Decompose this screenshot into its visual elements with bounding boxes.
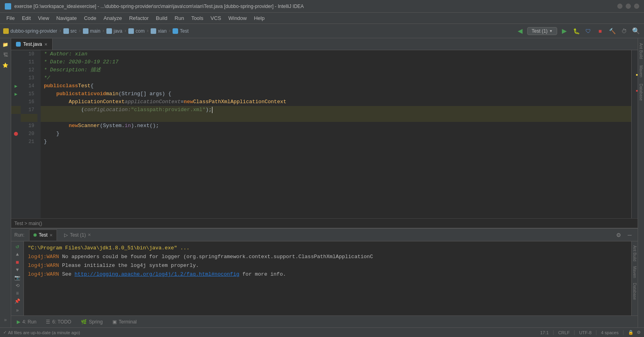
status-line-sep[interactable]: CRLF	[558, 330, 570, 335]
com-folder-icon	[128, 28, 134, 34]
breadcrumb-provider[interactable]: dubbo-spring-provider	[10, 28, 57, 34]
code-line-20: }	[41, 130, 631, 138]
run-settings-button[interactable]: ⚙	[614, 230, 623, 240]
wrap-button[interactable]: ⟲	[13, 283, 22, 289]
status-encoding[interactable]: UTF-8	[579, 330, 591, 335]
menu-edit[interactable]: Edit	[19, 14, 34, 22]
run-tab-test[interactable]: Test ✕	[29, 229, 57, 241]
maven-panel-tab[interactable]: Maven	[638, 62, 644, 80]
build-button[interactable]: 🔨	[607, 26, 617, 36]
sidebar-project-icon[interactable]: 📁	[1, 40, 10, 49]
menu-tools[interactable]: Tools	[188, 14, 206, 22]
coverage-button[interactable]: 🛡	[583, 26, 593, 36]
gutter-14[interactable]: ▶	[11, 82, 21, 90]
run-button[interactable]: ▶	[560, 26, 569, 36]
menu-refactor[interactable]: Refactor	[126, 14, 152, 22]
menu-help[interactable]: Help	[251, 14, 268, 22]
sync-icon: ✓	[3, 330, 7, 335]
rerun-button[interactable]: ↺	[13, 243, 22, 250]
run-tab-icon: ▶	[17, 319, 20, 325]
spring-tab-icon: 🌿	[81, 319, 87, 325]
code-line-15: public static void main(String[] args) {	[41, 90, 631, 98]
run-panel-body: ↺ ▲ ■ ▼ 📷 ⟲ ≡ 📌 » "C:\Program Files\Java…	[11, 241, 638, 315]
maven-tab[interactable]: Maven	[632, 264, 638, 280]
sidebar-favorites-icon[interactable]: ⭐	[1, 61, 10, 70]
run-tab-test1[interactable]: ▷ Test (1) ✕	[60, 229, 95, 241]
breadcrumb-main[interactable]: main	[90, 28, 100, 34]
menu-file[interactable]: File	[3, 14, 18, 22]
screenshot-button[interactable]: 📷	[13, 275, 22, 281]
breadcrumb-test[interactable]: Test	[180, 28, 188, 34]
expand-panel-button[interactable]: »	[13, 308, 22, 314]
menu-view[interactable]: View	[35, 14, 52, 22]
gutter-20[interactable]	[11, 130, 21, 138]
line-numbers: 10 11 12 13 14 15 16 17 19 20 21	[21, 50, 41, 218]
status-position[interactable]: 17:1	[540, 330, 548, 335]
tab-close-button[interactable]: ✕	[44, 42, 47, 47]
ant-build-panel-tab[interactable]: Ant Build	[638, 40, 644, 62]
menu-vcs[interactable]: VCS	[207, 14, 224, 22]
code-content[interactable]: * Author: xian * Date: 2020-10-19 22:17 …	[41, 50, 631, 218]
scroll-up-button[interactable]: ▲	[13, 251, 22, 258]
sidebar-more-icon[interactable]: »	[1, 315, 10, 325]
close-button[interactable]: ✕	[634, 4, 639, 9]
menu-window[interactable]: Window	[225, 14, 250, 22]
status-lock-icon: 🔒	[628, 330, 634, 335]
maximize-button[interactable]: □	[626, 4, 631, 9]
sidebar-structure-icon[interactable]: 🏗	[1, 50, 10, 60]
window-controls: ─ □ ✕	[617, 4, 639, 9]
profile-button[interactable]: ⏱	[619, 26, 629, 36]
minimize-button[interactable]: ─	[617, 4, 622, 9]
gutter-12	[11, 66, 21, 74]
database-tab[interactable]: Database	[632, 280, 638, 302]
search-everywhere-button[interactable]: 🔍	[631, 26, 641, 36]
run-tab-test-close[interactable]: ✕	[49, 233, 53, 237]
dropdown-icon: ▼	[549, 29, 553, 33]
status-files-text: All files are up-to-date (a minute ago)	[8, 330, 80, 335]
sort-button[interactable]: ≡	[13, 290, 22, 297]
bottom-tab-todo[interactable]: ☰ 6: TODO	[42, 317, 75, 327]
output-line-4: log4j:WARN See http://logging.apache.org…	[28, 270, 627, 279]
line-num-11: 11	[21, 58, 37, 66]
right-panels: Ant Build Maven Database	[638, 38, 644, 327]
test-class-icon	[173, 28, 178, 34]
run-output: "C:\Program Files\Java\jdk1.8.0_51\bin\j…	[24, 241, 631, 315]
pin-button[interactable]: 📌	[13, 298, 22, 305]
stop-process-button[interactable]: ■	[13, 259, 22, 266]
breadcrumb-src[interactable]: src	[71, 28, 77, 34]
run-settings: ⚙ ─	[614, 230, 634, 240]
menu-run[interactable]: Run	[171, 14, 187, 22]
code-line-12: * Description: 描述	[41, 66, 631, 74]
run-minimize-button[interactable]: ─	[625, 230, 634, 240]
ant-build-tab[interactable]: Ant Build	[632, 243, 638, 264]
gutter-13	[11, 74, 21, 82]
navigate-back-button[interactable]: ◀	[515, 26, 525, 36]
code-editor[interactable]: ▶ ▶ 10 11 12 13 14 15 16 17	[11, 50, 638, 218]
main-folder-icon	[83, 28, 88, 34]
database-panel-tab[interactable]: Database	[638, 80, 644, 104]
menu-analyze[interactable]: Analyze	[100, 14, 125, 22]
debug-button[interactable]: 🐛	[571, 26, 581, 36]
scroll-down-button[interactable]: ▼	[13, 267, 22, 274]
breadcrumb-java[interactable]: java	[114, 28, 122, 34]
menu-code[interactable]: Code	[81, 14, 100, 22]
log4j-link[interactable]: http://logging.apache.org/log4j/1.2/faq.…	[75, 271, 239, 277]
run-config-dropdown[interactable]: Test (1) ▼	[527, 27, 557, 35]
status-settings-icon[interactable]: ⚙	[637, 330, 641, 335]
gutter-15[interactable]: ▶	[11, 90, 21, 98]
menu-build[interactable]: Build	[153, 14, 171, 22]
menu-navigate[interactable]: Navigate	[53, 14, 80, 22]
breadcrumb-xian[interactable]: xian	[158, 28, 167, 34]
bottom-tab-spring[interactable]: 🌿 Spring	[77, 317, 107, 327]
todo-tab-label: 6: TODO	[52, 319, 71, 325]
stop-button[interactable]: ■	[595, 26, 605, 36]
tab-test-java[interactable]: Test.java ✕	[11, 39, 53, 50]
code-line-22	[41, 146, 631, 154]
breadcrumb-com[interactable]: com	[135, 28, 145, 34]
src-folder-icon	[63, 28, 69, 34]
bottom-tab-terminal[interactable]: ▣ Terminal	[108, 317, 141, 327]
bottom-tab-run[interactable]: ▶ 4: Run	[13, 317, 40, 327]
run-tab-test1-close[interactable]: ✕	[88, 233, 91, 237]
status-indent[interactable]: 4 spaces	[601, 330, 618, 335]
xian-folder-icon	[151, 28, 156, 34]
